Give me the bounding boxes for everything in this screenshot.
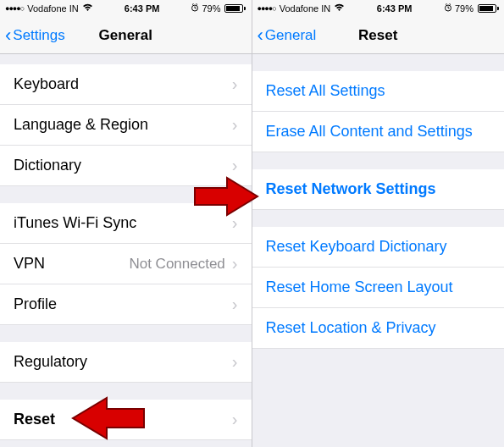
- page-title: Reset: [252, 27, 505, 44]
- chevron-right-icon: ›: [232, 74, 238, 94]
- row-label: Dictionary: [14, 157, 232, 174]
- row-label: Regulatory: [14, 353, 232, 371]
- nav-bar: ‹ General Reset: [252, 17, 505, 54]
- status-bar: ●●●●○ Vodafone IN 6:43 PM 79%: [0, 0, 252, 17]
- row-label: Reset All Settings: [266, 82, 385, 100]
- battery-pct-label: 79%: [455, 3, 474, 14]
- row-keyboard[interactable]: Keyboard ›: [0, 64, 252, 105]
- row-label: Profile: [14, 295, 232, 313]
- alarm-icon: [191, 3, 199, 14]
- nav-bar: ‹ Settings General: [0, 17, 252, 54]
- signal-dots-icon: ●●●●○: [5, 4, 24, 13]
- row-detail: Not Connected: [129, 256, 224, 273]
- screen-general: ●●●●○ Vodafone IN 6:43 PM 79% ‹ Sett: [0, 0, 252, 447]
- row-language-region[interactable]: Language & Region ›: [0, 105, 252, 146]
- svg-line-8: [446, 4, 447, 5]
- row-vpn[interactable]: VPN Not Connected ›: [0, 244, 252, 284]
- battery-icon: [223, 4, 246, 13]
- battery-pct-label: 79%: [202, 3, 220, 14]
- reset-list: Reset All Settings Erase All Content and…: [252, 54, 505, 349]
- chevron-right-icon: ›: [232, 115, 238, 135]
- carrier-label: Vodafone IN: [280, 3, 331, 14]
- row-reset-network-settings[interactable]: Reset Network Settings: [252, 169, 505, 210]
- signal-dots-icon: ●●●●○: [258, 4, 276, 13]
- chevron-right-icon: ›: [232, 156, 238, 175]
- screen-reset: ●●●●○ Vodafone IN 6:43 PM 79% ‹ Gene: [252, 0, 505, 447]
- wifi-icon: [82, 3, 93, 14]
- settings-list: Keyboard › Language & Region › Dictionar…: [0, 54, 252, 440]
- svg-line-3: [192, 4, 194, 5]
- clock-label: 6:43 PM: [125, 3, 160, 14]
- row-label: Keyboard: [14, 75, 232, 93]
- row-label: VPN: [14, 255, 129, 273]
- row-reset-home-screen[interactable]: Reset Home Screen Layout: [252, 268, 505, 308]
- chevron-right-icon: ›: [232, 352, 238, 372]
- row-label: Reset Home Screen Layout: [266, 279, 453, 296]
- svg-line-7: [448, 8, 450, 9]
- row-reset-all-settings[interactable]: Reset All Settings: [252, 71, 505, 112]
- clock-label: 6:43 PM: [377, 3, 413, 14]
- row-label: Reset Network Settings: [266, 180, 436, 198]
- page-title: General: [0, 27, 252, 44]
- svg-line-2: [195, 8, 197, 9]
- svg-line-9: [449, 4, 451, 5]
- chevron-right-icon: ›: [232, 254, 238, 273]
- chevron-right-icon: ›: [232, 295, 238, 314]
- row-reset-location-privacy[interactable]: Reset Location & Privacy: [252, 308, 505, 349]
- row-reset-keyboard-dictionary[interactable]: Reset Keyboard Dictionary: [252, 227, 505, 268]
- battery-icon: [476, 4, 499, 13]
- row-erase-all-content[interactable]: Erase All Content and Settings: [252, 112, 505, 152]
- annotation-arrow-left-icon: [69, 395, 146, 442]
- annotation-arrow-right-icon: [193, 174, 259, 218]
- status-bar: ●●●●○ Vodafone IN 6:43 PM 79%: [252, 0, 505, 17]
- row-label: Reset Location & Privacy: [266, 319, 436, 337]
- row-label: Reset Keyboard Dictionary: [266, 238, 447, 256]
- wifi-icon: [334, 3, 345, 14]
- row-regulatory[interactable]: Regulatory ›: [0, 342, 252, 383]
- svg-line-4: [197, 4, 198, 5]
- row-label: Erase All Content and Settings: [266, 123, 473, 141]
- row-profile[interactable]: Profile ›: [0, 284, 252, 325]
- carrier-label: Vodafone IN: [27, 3, 79, 14]
- chevron-right-icon: ›: [232, 410, 238, 429]
- alarm-icon: [444, 3, 452, 14]
- row-label: Language & Region: [14, 116, 232, 134]
